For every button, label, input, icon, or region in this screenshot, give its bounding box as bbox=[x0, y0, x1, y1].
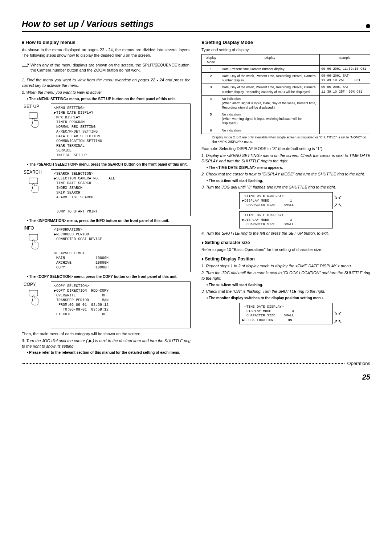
th-display: Display bbox=[220, 54, 320, 65]
right-column: Setting Display Mode Type and setting of… bbox=[201, 37, 370, 356]
svg-rect-3 bbox=[29, 290, 38, 296]
arrow-icon: ↘↙ bbox=[334, 194, 342, 200]
heading-display-menus: How to display menus bbox=[22, 39, 191, 46]
r-step7: 3. Check that the "ON" is flashing. Turn… bbox=[201, 289, 370, 294]
r-bullet3: The sub-item will start flashing. bbox=[207, 283, 370, 288]
copy-selection-box: <COPY SELECTION> ▶COPY DIRECTION HDD→COP… bbox=[51, 281, 191, 328]
page-title-text: How to set up / Various settings bbox=[22, 18, 154, 30]
step3: 3. Turn the JOG dial until the cursor ( … bbox=[22, 338, 191, 349]
left-note: When any of the menu displays are shown … bbox=[30, 62, 191, 73]
bullet-refer: Please refer to the relevant section of … bbox=[27, 350, 191, 355]
button-hand-icon bbox=[25, 177, 44, 195]
r-step5: 1. Repeat steps 1 to 2 of display mode t… bbox=[201, 263, 370, 269]
table-row: 5No indication (When warning signal is i… bbox=[202, 111, 370, 127]
corner-dot-icon bbox=[366, 24, 370, 28]
th-mode: Display Mode bbox=[202, 54, 220, 65]
step2: 2. When the menu you want to view is act… bbox=[22, 90, 191, 95]
footer-label: Operations bbox=[345, 360, 370, 367]
table-row: 6No indication bbox=[202, 127, 370, 134]
r-step1: 1. Display the <MENU SETTING> menu on th… bbox=[201, 153, 370, 164]
note-icon bbox=[22, 62, 28, 67]
table-row: 2Date, Day of the week, Present time, Re… bbox=[202, 73, 370, 84]
search-button-label: SEARCH bbox=[24, 169, 45, 175]
copy-button-label: COPY bbox=[24, 281, 45, 287]
bullet-copy: The <COPY SELECTION> menu, press the COP… bbox=[27, 274, 191, 279]
char-size-text: Refer to page 10 "Basic Operations" for … bbox=[201, 247, 370, 252]
left-closing: Then, the main menu of each category wil… bbox=[22, 331, 191, 337]
bullet-setup: The <MENU SETTING> menu, press the SET U… bbox=[27, 97, 191, 102]
r-bullet1: The <TIME DATE DISPLAY> menu appears. bbox=[207, 165, 370, 170]
bullet-search: The <SEARCH SELECTION> menu, press the S… bbox=[27, 162, 191, 167]
heading-display-mode: Setting Display Mode bbox=[201, 39, 370, 46]
arrow-icon: ↘↙ bbox=[334, 309, 342, 316]
table-row: 4No indication (When alarm signal is inp… bbox=[202, 95, 370, 111]
table-note: Display mode 2 to 5 are only available w… bbox=[212, 135, 370, 144]
info-button-label: INFO bbox=[24, 225, 45, 231]
r-bullet4: The monitor display switches to the disp… bbox=[207, 296, 370, 301]
osd-box-3: <TIME DATE DISPLAY> DISPLAY MODE 3 CHARA… bbox=[239, 303, 333, 324]
arrow-icon: ↗↖ bbox=[334, 202, 342, 208]
r-step4: 4. Turn the SHUTTLE ring to the left or … bbox=[201, 231, 370, 236]
page-title: How to set up / Various settings bbox=[22, 18, 370, 32]
svg-rect-1 bbox=[29, 178, 38, 184]
table-row: 1Date, Present time,Camera number displa… bbox=[202, 66, 370, 73]
setup-button-label: SET UP bbox=[24, 104, 45, 109]
th-sample: Sample bbox=[320, 54, 370, 65]
page-number: 25 bbox=[22, 372, 370, 382]
arrow-icon: ↗↖ bbox=[334, 318, 342, 325]
osd-box-1: <TIME DATE DISPLAY> ▶DISPLAY MODE 1 CHAR… bbox=[239, 192, 333, 209]
display-mode-table: Display Mode Display Sample 1Date, Prese… bbox=[201, 54, 370, 134]
information-box: <INFORMATION> ▶RECORDED PERIOD CONNECTED… bbox=[51, 225, 191, 272]
footer-divider: Operations bbox=[22, 363, 370, 370]
left-intro: As shown in the menu displayed on pages … bbox=[22, 47, 191, 58]
r-step2: 2. Check that the cursor is next to "DIS… bbox=[201, 171, 370, 177]
menu-setting-box: <MENU SETTING> ▶TIME DATE DISPLAY MPX DI… bbox=[51, 104, 191, 160]
example-text: Example: Selecting DISPLAY MODE to "3" (… bbox=[201, 146, 370, 151]
r-bullet2: The sub-item will start flashing. bbox=[207, 178, 370, 183]
left-column: How to display menus As shown in the men… bbox=[22, 37, 191, 356]
search-selection-box: <SEARCH SELECTION> ▶SELECTION CAMERA NO.… bbox=[51, 169, 191, 216]
subhead-display-pos: Setting Display Position bbox=[201, 256, 370, 262]
r-step3: 3. Turn the JOG dial until "3" flashes a… bbox=[201, 185, 370, 190]
button-hand-icon bbox=[25, 234, 44, 252]
osd-box-2: <TIME DATE DISPLAY> ▶DISPLAY MODE 3 CHAR… bbox=[239, 211, 333, 228]
bullet-info: The <INFORMATION> menu, press the INFO b… bbox=[27, 218, 191, 223]
r-step6: 2. Turn the JOG dial until the cursor is… bbox=[201, 270, 370, 281]
step1: 1. Find the menu you want to view from t… bbox=[22, 77, 191, 88]
subhead-char-size: Setting character size bbox=[201, 240, 370, 246]
button-hand-icon bbox=[25, 289, 44, 308]
button-hand-icon bbox=[25, 112, 44, 130]
table-row: 3Date, Day of the week, Present time, Re… bbox=[202, 84, 370, 95]
svg-rect-0 bbox=[29, 113, 38, 118]
svg-rect-2 bbox=[29, 234, 38, 240]
right-intro: Type and setting of display. bbox=[201, 47, 370, 53]
